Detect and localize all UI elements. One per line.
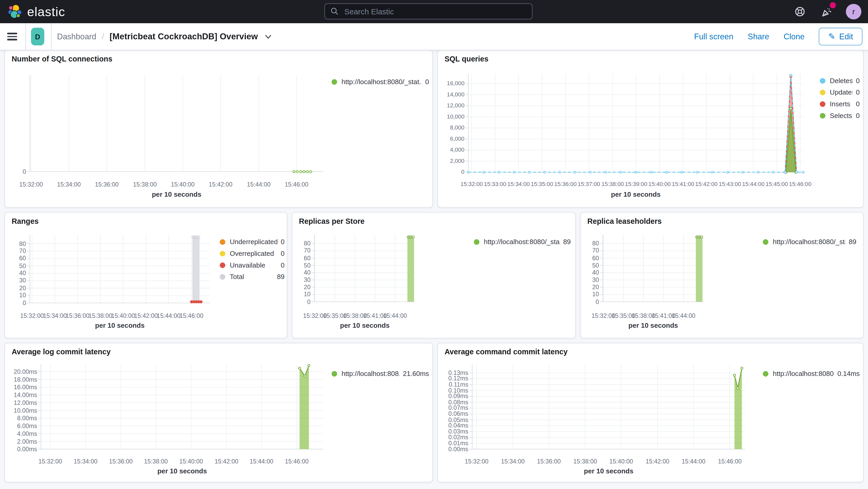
y-tick-label: 2,000 xyxy=(437,158,464,163)
y-tick-label: 50 xyxy=(292,262,310,269)
x-tick-label: 15:44:00 xyxy=(383,312,407,319)
x-axis-title: per 10 seconds xyxy=(30,322,210,330)
x-axis-title: per 10 seconds xyxy=(30,190,323,198)
chart-replica-leaseholders: 0102030405060708015:32:0015:35:0015:38:0… xyxy=(581,213,863,338)
x-tick-label: 15:44:00 xyxy=(682,458,706,465)
y-tick-label: 10,000 xyxy=(437,113,464,119)
y-tick-label: 60 xyxy=(4,255,26,262)
legend-dot-icon xyxy=(820,90,825,95)
clone-button[interactable]: Clone xyxy=(784,32,805,41)
y-tick-label: 0.06ms xyxy=(437,410,468,417)
y-tick-label: 18.00ms xyxy=(4,376,37,383)
y-tick-label: 6,000 xyxy=(437,135,464,142)
legend-label: http://localhost:8080/_sta... xyxy=(484,238,560,246)
legend-item[interactable]: http://localhost:8080...0.14ms xyxy=(763,369,860,379)
pencil-icon: ✎ xyxy=(829,32,835,41)
x-tick-label: 15:46:00 xyxy=(285,181,308,188)
legend-item[interactable]: Underreplicated0 xyxy=(220,237,285,247)
y-tick-label: 16,000 xyxy=(437,80,464,86)
y-tick-label: 0.05ms xyxy=(437,416,468,423)
panel-replicas-per-store: Replicas per Store 0102030405060708015:3… xyxy=(292,212,576,338)
global-search[interactable] xyxy=(324,3,533,20)
legend-value: 89 xyxy=(846,238,857,246)
chart-canvas[interactable] xyxy=(581,213,863,338)
elastic-brand[interactable]: elastic xyxy=(8,4,65,19)
search-input[interactable] xyxy=(343,6,527,16)
panel-title: SQL queries xyxy=(444,55,489,63)
y-tick-label: 0 xyxy=(580,298,599,305)
chart-legend: http://localhost:8080...0.14ms xyxy=(763,369,860,380)
nav-bar: D Dashboard / [Metricbeat CockroachDB] O… xyxy=(0,23,868,50)
breadcrumb: Dashboard / [Metricbeat CockroachDB] Ove… xyxy=(57,23,272,50)
y-tick-label: 60 xyxy=(580,254,599,261)
chart-replicas-per-store: 0102030405060708015:32:0015:35:0015:38:0… xyxy=(292,213,575,338)
legend-item[interactable]: http://localhost:8080/_sta...89 xyxy=(763,237,856,247)
y-tick-label: 50 xyxy=(4,262,26,269)
edit-button-label: Edit xyxy=(839,32,853,41)
legend-item[interactable]: http://localhost:808...21.60ms xyxy=(332,369,429,379)
x-tick-label: 15:36:00 xyxy=(95,181,119,188)
legend-item[interactable]: Inserts0 xyxy=(820,99,860,109)
legend-item[interactable]: http://localhost:8080/_stat...0 xyxy=(332,77,429,87)
y-tick-label: 0 xyxy=(437,169,464,175)
full-screen-button[interactable]: Full screen xyxy=(694,32,733,41)
legend-item[interactable]: Deletes0 xyxy=(820,76,860,86)
x-tick-label: 15:42:00 xyxy=(134,312,158,319)
y-tick-label: 0.03ms xyxy=(437,428,468,435)
legend-dot-icon xyxy=(220,239,225,245)
user-avatar[interactable]: r xyxy=(846,4,862,20)
legend-item[interactable]: Unavailable0 xyxy=(220,260,285,270)
legend-item[interactable]: Updates0 xyxy=(820,88,860,97)
y-tick-label: 40 xyxy=(580,269,599,276)
y-tick-label: 70 xyxy=(292,247,310,254)
legend-item[interactable]: Total89 xyxy=(220,272,285,282)
legend-label: http://localhost:8080... xyxy=(773,370,834,378)
y-tick-label: 8.00ms xyxy=(4,415,37,421)
legend-item[interactable]: Overreplicated0 xyxy=(220,248,285,258)
legend-item[interactable]: Selects0 xyxy=(820,111,860,121)
space-avatar[interactable]: D xyxy=(31,28,44,45)
help-icon[interactable] xyxy=(793,4,807,19)
x-tick-label: 15:40:00 xyxy=(648,181,671,187)
x-tick-label: 15:38:00 xyxy=(573,458,597,465)
x-tick-label: 15:38:00 xyxy=(601,181,624,187)
y-tick-label: 16.00ms xyxy=(4,384,37,390)
search-icon xyxy=(331,7,339,16)
y-tick-label: 60 xyxy=(292,254,310,261)
share-button[interactable]: Share xyxy=(748,32,769,41)
y-tick-label: 0.01ms xyxy=(437,440,468,447)
y-tick-label: 14.00ms xyxy=(4,391,37,398)
chart-legend: http://localhost:8080/_sta...89 xyxy=(474,237,571,249)
legend-item[interactable]: http://localhost:8080/_sta...89 xyxy=(474,237,571,247)
x-tick-label: 15:40:00 xyxy=(111,312,135,319)
y-tick-label: 14,000 xyxy=(437,91,464,97)
y-tick-label: 0.00ms xyxy=(4,446,37,452)
breadcrumb-dashboard-link[interactable]: Dashboard xyxy=(57,32,96,41)
chart-legend: http://localhost:808...21.60ms xyxy=(332,369,429,380)
chart-canvas[interactable] xyxy=(292,213,575,338)
y-tick-label: 0.04ms xyxy=(437,422,468,429)
legend-value: 0.14ms xyxy=(834,370,860,378)
news-feed-icon[interactable] xyxy=(819,4,834,19)
legend-dot-icon xyxy=(220,274,225,279)
y-tick-label: 40 xyxy=(4,270,26,276)
legend-label: Unavailable xyxy=(230,261,266,269)
menu-icon[interactable] xyxy=(7,32,17,41)
legend-value: 0 xyxy=(277,250,284,258)
legend-value: 89 xyxy=(274,273,285,281)
y-tick-label: 0.12ms xyxy=(437,375,468,382)
x-tick-label: 15:44:00 xyxy=(249,458,273,465)
y-tick-label: 0.09ms xyxy=(437,393,468,400)
edit-button[interactable]: ✎ Edit xyxy=(819,28,863,45)
x-tick-label: 15:41:00 xyxy=(672,181,694,187)
chart-legend: Underreplicated0Overreplicated0Unavailab… xyxy=(220,237,285,284)
x-tick-label: 15:46:00 xyxy=(789,181,811,187)
panel-title: Number of SQL connections xyxy=(12,55,113,63)
chart-sql-queries: 02,0004,0006,0008,00010,00012,00014,0001… xyxy=(438,50,863,207)
chevron-down-icon[interactable] xyxy=(265,34,272,39)
x-tick-label: 15:46:00 xyxy=(180,312,204,319)
y-tick-label: 4,000 xyxy=(437,146,464,152)
x-tick-label: 15:32:00 xyxy=(465,458,488,465)
y-tick-label: 0 xyxy=(292,298,310,305)
panel-title: Ranges xyxy=(12,217,39,225)
